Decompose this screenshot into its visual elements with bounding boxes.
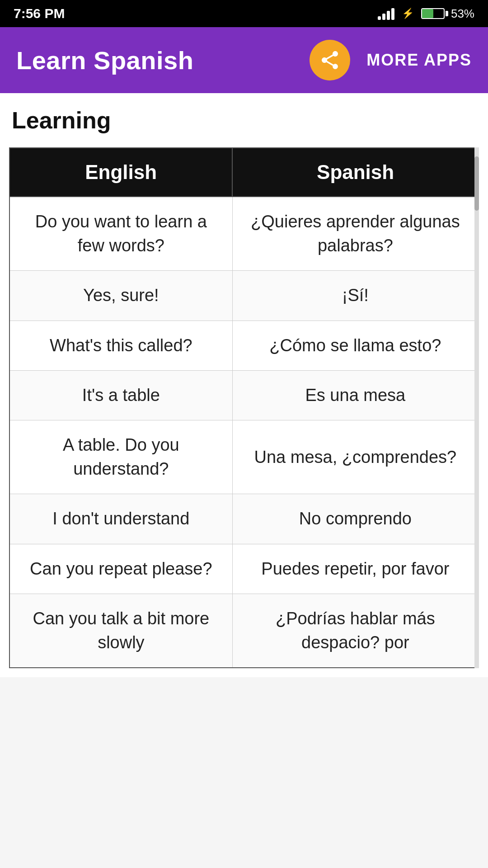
scrollbar[interactable] bbox=[474, 147, 479, 668]
spanish-cell: ¿Quieres aprender algunas palabras? bbox=[232, 197, 479, 271]
status-icons: ⚡ 53% bbox=[378, 7, 474, 21]
spanish-cell: ¿Podrías hablar más despacio? por bbox=[232, 594, 479, 668]
english-cell: Do you want to learn a few words? bbox=[9, 197, 232, 271]
table-row: A table. Do you understand?Una mesa, ¿co… bbox=[9, 420, 479, 494]
battery-percent: 53% bbox=[451, 7, 474, 21]
table-row: Can you repeat please?Puedes repetir, po… bbox=[9, 544, 479, 594]
signal-bar-1 bbox=[378, 16, 381, 20]
signal-bar-4 bbox=[391, 8, 394, 20]
content-area: Learning English Spanish Do you want to … bbox=[0, 93, 488, 677]
signal-bar-3 bbox=[387, 11, 390, 20]
spanish-cell: Una mesa, ¿comprendes? bbox=[232, 420, 479, 494]
header-actions: MORE APPS bbox=[310, 40, 472, 80]
table-row: Can you talk a bit more slowly¿Podrías h… bbox=[9, 594, 479, 668]
english-cell: It's a table bbox=[9, 370, 232, 420]
app-title: Learn Spanish bbox=[16, 46, 193, 75]
status-bar: 7:56 PM ⚡ 53% bbox=[0, 0, 488, 27]
english-cell: I don't understand bbox=[9, 494, 232, 544]
english-cell: Can you talk a bit more slowly bbox=[9, 594, 232, 668]
table-row: What's this called?¿Cómo se llama esto? bbox=[9, 321, 479, 370]
charging-icon: ⚡ bbox=[402, 8, 414, 19]
spanish-cell: ¡Sí! bbox=[232, 271, 479, 321]
battery-body bbox=[421, 8, 445, 19]
english-header: English bbox=[9, 148, 232, 197]
share-icon bbox=[319, 49, 341, 71]
battery-indicator: 53% bbox=[421, 7, 474, 21]
section-title: Learning bbox=[9, 107, 479, 134]
scroll-thumb[interactable] bbox=[474, 156, 479, 211]
share-button[interactable] bbox=[310, 40, 350, 80]
battery-tip bbox=[446, 11, 448, 16]
table-row: I don't understandNo comprendo bbox=[9, 494, 479, 544]
table-row: Yes, sure!¡Sí! bbox=[9, 271, 479, 321]
table-header-row: English Spanish bbox=[9, 148, 479, 197]
english-cell: Can you repeat please? bbox=[9, 544, 232, 594]
english-cell: What's this called? bbox=[9, 321, 232, 370]
english-cell: A table. Do you understand? bbox=[9, 420, 232, 494]
battery-fill bbox=[422, 9, 433, 18]
table-scroll-container: English Spanish Do you want to learn a f… bbox=[9, 147, 479, 668]
signal-bar-2 bbox=[382, 14, 385, 20]
app-header: Learn Spanish MORE APPS bbox=[0, 27, 488, 93]
vocabulary-table: English Spanish Do you want to learn a f… bbox=[9, 147, 479, 668]
signal-icon bbox=[378, 7, 394, 20]
spanish-cell: No comprendo bbox=[232, 494, 479, 544]
spanish-cell: Es una mesa bbox=[232, 370, 479, 420]
english-cell: Yes, sure! bbox=[9, 271, 232, 321]
spanish-header: Spanish bbox=[232, 148, 479, 197]
table-row: It's a tableEs una mesa bbox=[9, 370, 479, 420]
spanish-cell: ¿Cómo se llama esto? bbox=[232, 321, 479, 370]
table-row: Do you want to learn a few words?¿Quiere… bbox=[9, 197, 479, 271]
spanish-cell: Puedes repetir, por favor bbox=[232, 544, 479, 594]
time-display: 7:56 PM bbox=[14, 6, 65, 21]
more-apps-button[interactable]: MORE APPS bbox=[366, 51, 472, 70]
battery-icon bbox=[421, 8, 448, 19]
